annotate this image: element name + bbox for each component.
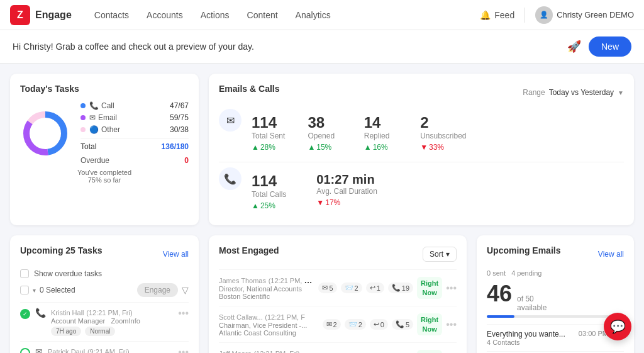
show-overdue-row: Show overdue tasks <box>20 269 189 278</box>
new-button[interactable]: New <box>589 36 631 57</box>
scott-name: Scott Callaw... (12:21 PM, F <box>219 312 318 322</box>
progress-bar <box>487 315 624 318</box>
james-more-btn[interactable]: ••• <box>446 283 457 294</box>
greeting-text: Hi Christy! Grab a coffee and check out … <box>13 42 254 52</box>
email-0-subject[interactable]: Everything you wante... <box>487 330 565 339</box>
filter-icon[interactable]: ▽ <box>182 285 189 295</box>
replied-label: Replied <box>364 132 410 140</box>
top-row: Today's Tasks <box>10 74 634 225</box>
scott-emails-opened: 📨2 <box>345 319 366 330</box>
tasks-legend: 📞 Call 47/67 ✉ Email 59/75 🔵 Other 30/38 <box>80 101 189 165</box>
task-name-patrick: Patrick Daul (9:21 AM, Fri) <box>48 347 173 353</box>
nav-right: 🔔 Feed 👤 Christy Green DEMO <box>480 6 634 24</box>
engaged-list: James Thomas (12:21 PM, Fri) Director, N… <box>219 269 457 353</box>
main-content: Today's Tasks <box>0 64 644 353</box>
user-name: Christy Green DEMO <box>557 10 634 20</box>
nav-analytics[interactable]: Analytics <box>288 6 338 24</box>
upcoming-tasks-view-all[interactable]: View all <box>163 250 189 259</box>
task-check-kristin[interactable] <box>20 309 30 319</box>
task-tag-0: 7H ago <box>51 327 81 336</box>
bell-icon: 🔔 <box>480 10 491 20</box>
replied-num: 14 <box>364 114 410 132</box>
rocket-icon: 🚀 <box>567 40 581 53</box>
scott-title: Chairman, Vice President -... <box>219 322 318 329</box>
feed-label: Feed <box>494 10 514 20</box>
jeff-status: RightNow <box>417 350 442 353</box>
avg-duration-num: 01:27 min <box>316 172 377 187</box>
emails-calls-card: Emails & Calls Range Today vs Yesterday … <box>209 74 634 225</box>
sort-button[interactable]: Sort ▾ <box>423 247 457 262</box>
call-value: 47/67 <box>170 101 189 110</box>
nav-actions[interactable]: Actions <box>193 6 237 24</box>
nav-accounts[interactable]: Accounts <box>139 6 191 24</box>
upcoming-emails-title: Upcoming Emails <box>487 245 560 255</box>
scott-emails-sent: ✉2 <box>323 319 341 330</box>
email-0-info: Everything you wante... 4 Contacts <box>487 330 565 346</box>
stat-total-sent: 114 Total Sent ▲ 28% <box>249 109 300 157</box>
stat-opened: 38 Opened ▲ 15% <box>305 109 356 157</box>
completed-text: You've completed 75% so far <box>20 169 189 184</box>
stats-divider <box>219 162 624 162</box>
total-sent-change: ▲ 28% <box>252 143 297 152</box>
stat-total-calls: 114 Total Calls ▲ 25% <box>249 167 289 215</box>
total-calls-label: Total Calls <box>252 190 286 199</box>
range-selector[interactable]: Range Today vs Yesterday ▼ <box>523 88 624 97</box>
legend-call: 📞 Call 47/67 <box>80 101 189 110</box>
upcoming-tasks-header: Upcoming 25 Tasks View all <box>20 245 189 263</box>
call-icon-label: 📞 Call <box>89 101 166 110</box>
total-calls-num: 114 <box>252 172 286 190</box>
range-value: Today vs Yesterday <box>549 88 614 97</box>
select-chevron-icon[interactable]: ▾ <box>33 287 36 294</box>
greeting-bar: Hi Christy! Grab a coffee and check out … <box>0 30 644 64</box>
engage-button[interactable]: Engage <box>137 283 178 297</box>
stat-avg-duration: 01:27 min Avg. Call Duration ▼ 17% <box>314 167 380 212</box>
task-item-patrick: ✉ Patrick Daul (9:21 AM, Fri) President … <box>20 341 189 353</box>
task-name-kristin: Kristin Hall (12:21 PM, Fri) <box>51 308 173 317</box>
task-check-patrick[interactable] <box>20 348 30 353</box>
nav-content[interactable]: Content <box>240 6 286 24</box>
james-calls: 📞19 <box>388 283 413 293</box>
progress-fill <box>487 315 514 318</box>
tasks-content: 📞 Call 47/67 ✉ Email 59/75 🔵 Other 30/38 <box>20 101 189 165</box>
nav-contacts[interactable]: Contacts <box>87 6 136 24</box>
other-dot <box>80 127 86 132</box>
legend-email: ✉ Email 59/75 <box>80 113 189 122</box>
upcoming-tasks-card: Upcoming 25 Tasks View all Show overdue … <box>10 235 199 353</box>
select-all-checkbox[interactable] <box>20 286 29 294</box>
user-info[interactable]: 👤 Christy Green DEMO <box>535 6 634 24</box>
upcoming-emails-view-all[interactable]: View all <box>598 250 624 259</box>
feed-button[interactable]: 🔔 Feed <box>480 10 514 20</box>
scott-info: Scott Callaw... (12:21 PM, F Chairman, V… <box>219 312 318 337</box>
nav-links: Contacts Accounts Actions Content Analyt… <box>87 6 465 24</box>
scott-more-btn[interactable]: ••• <box>446 319 457 330</box>
opened-change: ▲ 15% <box>308 143 353 152</box>
app-name: Engage <box>35 9 72 21</box>
total-row: Total 136/180 <box>80 138 189 151</box>
unsubscribed-label: Unsubscribed <box>420 132 466 140</box>
email-count-sub: of 50 available <box>517 294 547 313</box>
sent-pending: 0 sent 4 pending <box>487 269 624 277</box>
james-company: Boston Scientific <box>219 293 313 300</box>
logo-icon: Z <box>10 5 30 25</box>
app-logo[interactable]: Z Engage <box>10 5 72 25</box>
total-value: 136/180 <box>162 142 189 151</box>
task-more-patrick[interactable]: ••• <box>178 347 189 353</box>
task-tag-1: Normal <box>85 327 115 336</box>
emails-calls-title: Emails & Calls <box>219 84 280 94</box>
upcoming-tasks-title: Upcoming 25 Tasks <box>20 245 102 255</box>
overdue-value: 0 <box>184 156 189 165</box>
most-engaged-header: Most Engaged Sort ▾ <box>219 245 457 263</box>
divider <box>525 8 525 23</box>
email-value: 59/75 <box>170 113 189 122</box>
upcoming-emails-header: Upcoming Emails View all <box>487 245 624 263</box>
call-icon-circle: 📞 <box>219 167 242 190</box>
chat-fab[interactable]: 💬 <box>604 313 631 340</box>
show-overdue-checkbox[interactable] <box>20 269 29 278</box>
task-more-kristin[interactable]: ••• <box>178 308 189 319</box>
task-info-kristin: Kristin Hall (12:21 PM, Fri) Account Man… <box>51 308 173 336</box>
email-0-contacts: 4 Contacts <box>487 339 565 346</box>
scott-actions: ✉2 📨2 ↩0 📞5 RightNow ••• <box>323 313 457 335</box>
scott-emails-replied: ↩0 <box>370 319 388 330</box>
range-label: Range <box>523 88 545 97</box>
james-actions: ✉5 📨2 ↩1 📞19 RightNow <box>318 277 457 299</box>
